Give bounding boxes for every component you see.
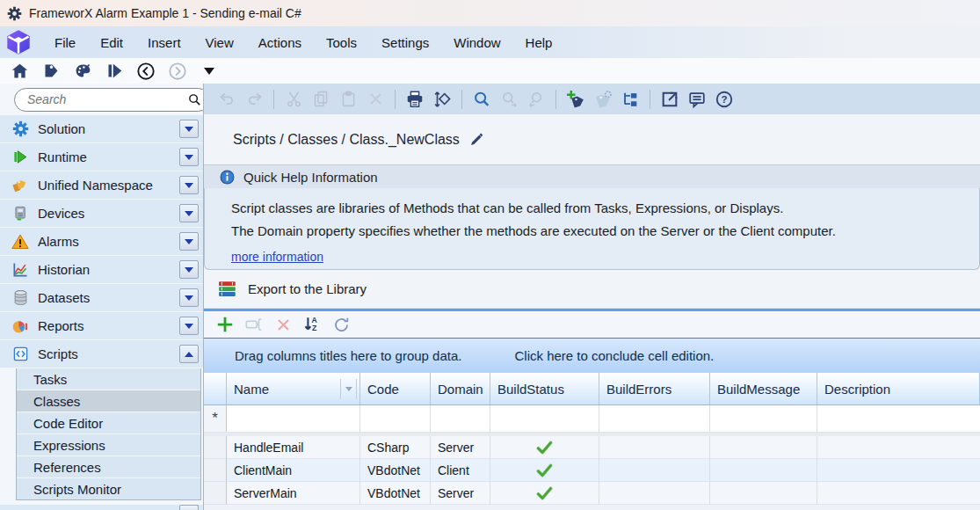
sidebar-item-expressions[interactable]: Expressions xyxy=(17,434,200,455)
sidebar-item-code-editor[interactable]: Code Editor xyxy=(17,412,200,434)
sidebar-item-tasks[interactable]: Tasks xyxy=(17,368,200,390)
cell-buildmessage[interactable] xyxy=(710,436,817,459)
runtime-play-icon[interactable] xyxy=(104,61,125,82)
delete-row-icon[interactable] xyxy=(272,314,294,335)
row-selector[interactable] xyxy=(204,436,227,459)
cell-description[interactable] xyxy=(817,436,980,459)
table-cell[interactable] xyxy=(817,405,980,432)
print-icon[interactable] xyxy=(404,89,425,110)
add-tag-icon[interactable] xyxy=(565,89,586,110)
sidebar-item-datasets[interactable]: Datasets xyxy=(0,284,203,311)
home-icon[interactable] xyxy=(9,61,30,82)
table-row[interactable]: ServerMain VBdotNet Server xyxy=(204,482,980,505)
cell-name[interactable]: ServerMain xyxy=(227,482,360,505)
sidebar-item-historian[interactable]: Historian xyxy=(0,256,203,283)
column-header-description[interactable]: Description xyxy=(817,373,980,404)
cell-description[interactable] xyxy=(817,459,980,482)
history-dropdown-icon[interactable] xyxy=(199,61,220,82)
column-header-code[interactable]: Code xyxy=(360,373,431,404)
export-to-library-button[interactable]: Export to the Library xyxy=(204,270,980,309)
tag-icon[interactable] xyxy=(40,61,62,82)
pencil-icon[interactable] xyxy=(468,132,484,148)
row-selector[interactable] xyxy=(204,482,227,505)
copy-icon[interactable] xyxy=(310,89,331,110)
cell-buildstatus[interactable] xyxy=(490,436,599,459)
column-header-domain[interactable]: Domain xyxy=(431,373,490,404)
column-header-builderrors[interactable]: BuildErrors xyxy=(599,373,710,404)
cell-builderrors[interactable] xyxy=(599,436,710,459)
sidebar-item-solution[interactable]: Solution xyxy=(0,115,203,142)
cell-domain[interactable]: Client xyxy=(431,459,490,482)
datasets-expand-button[interactable] xyxy=(179,288,199,307)
cell-code[interactable]: VBdotNet xyxy=(360,459,431,482)
sidebar-item-scripts-monitor[interactable]: Scripts Monitor xyxy=(17,478,200,499)
menu-file[interactable]: File xyxy=(42,30,88,55)
conclude-edit-button[interactable]: Click here to conclude cell edition. xyxy=(514,348,714,363)
solution-expand-button[interactable] xyxy=(179,120,199,138)
menu-help[interactable]: Help xyxy=(513,30,565,55)
comment-icon[interactable] xyxy=(686,89,708,110)
sidebar-item-unified-namespace[interactable]: Unified Namespace xyxy=(0,171,203,199)
table-cell[interactable] xyxy=(227,405,360,432)
sidebar-item-runtime[interactable]: Runtime xyxy=(0,143,203,171)
menu-view[interactable]: View xyxy=(193,30,246,55)
sort-az-icon[interactable]: AZ xyxy=(301,314,323,335)
find-next-icon[interactable] xyxy=(498,89,519,110)
table-cell[interactable] xyxy=(490,405,599,432)
cell-code[interactable]: CSharp xyxy=(360,436,431,459)
menu-edit[interactable]: Edit xyxy=(88,30,135,55)
runtime-expand-button[interactable] xyxy=(179,148,199,166)
table-cell[interactable] xyxy=(360,405,431,432)
table-cell[interactable] xyxy=(431,405,490,432)
zoom-icon[interactable] xyxy=(471,89,492,110)
find-previous-icon[interactable] xyxy=(526,89,547,110)
cell-description[interactable] xyxy=(817,482,980,505)
paste-icon[interactable] xyxy=(338,89,359,110)
palette-icon[interactable] xyxy=(72,61,93,82)
refresh-icon[interactable] xyxy=(330,314,352,335)
column-header-name[interactable]: Name xyxy=(227,373,360,404)
delete-icon[interactable] xyxy=(365,89,386,110)
menu-window[interactable]: Window xyxy=(441,30,512,55)
column-header-buildmessage[interactable]: BuildMessage xyxy=(710,373,817,404)
redo-icon[interactable] xyxy=(243,89,265,110)
search-icon[interactable] xyxy=(187,92,202,107)
navigate-back-icon[interactable] xyxy=(135,61,156,82)
partial-expand-button[interactable] xyxy=(179,505,199,510)
sidebar-item-references[interactable]: References xyxy=(17,456,200,477)
sidebar-item-partial[interactable] xyxy=(0,505,203,510)
cell-buildmessage[interactable] xyxy=(710,482,817,505)
menu-settings[interactable]: Settings xyxy=(369,30,441,55)
cell-domain[interactable]: Server xyxy=(431,482,490,505)
more-information-link[interactable]: more information xyxy=(231,250,323,264)
navigate-forward-icon[interactable] xyxy=(167,61,188,82)
row-selector[interactable] xyxy=(204,459,227,482)
cell-domain[interactable]: Server xyxy=(431,436,490,459)
new-row[interactable]: * xyxy=(204,405,980,433)
sidebar-item-devices[interactable]: Devices xyxy=(0,200,203,227)
menu-actions[interactable]: Actions xyxy=(246,30,314,55)
sidebar-item-reports[interactable]: Reports xyxy=(0,312,203,339)
table-cell[interactable] xyxy=(599,405,710,432)
help-icon[interactable]: ? xyxy=(714,89,735,110)
undo-icon[interactable] xyxy=(216,89,237,110)
historian-expand-button[interactable] xyxy=(179,260,199,279)
add-row-icon[interactable] xyxy=(214,314,236,335)
alarms-expand-button[interactable] xyxy=(179,232,199,251)
table-row[interactable]: ClientMain VBdotNet Client xyxy=(204,459,980,482)
cell-buildstatus[interactable] xyxy=(490,459,599,482)
find-replace-icon[interactable] xyxy=(432,89,453,110)
sidebar-item-classes[interactable]: Classes xyxy=(17,390,200,412)
search-input[interactable] xyxy=(27,92,187,106)
tree-view-icon[interactable] xyxy=(620,89,641,110)
unified-namespace-expand-button[interactable] xyxy=(179,176,199,194)
cell-buildstatus[interactable] xyxy=(490,482,599,505)
open-external-icon[interactable] xyxy=(659,89,680,110)
cell-buildmessage[interactable] xyxy=(710,459,817,482)
cell-builderrors[interactable] xyxy=(599,459,710,482)
column-header-buildstatus[interactable]: BuildStatus xyxy=(490,373,599,404)
menu-insert[interactable]: Insert xyxy=(135,30,193,55)
sidebar-item-scripts[interactable]: Scripts xyxy=(0,340,203,368)
reports-expand-button[interactable] xyxy=(179,317,199,335)
new-row-marker[interactable]: * xyxy=(204,405,227,432)
